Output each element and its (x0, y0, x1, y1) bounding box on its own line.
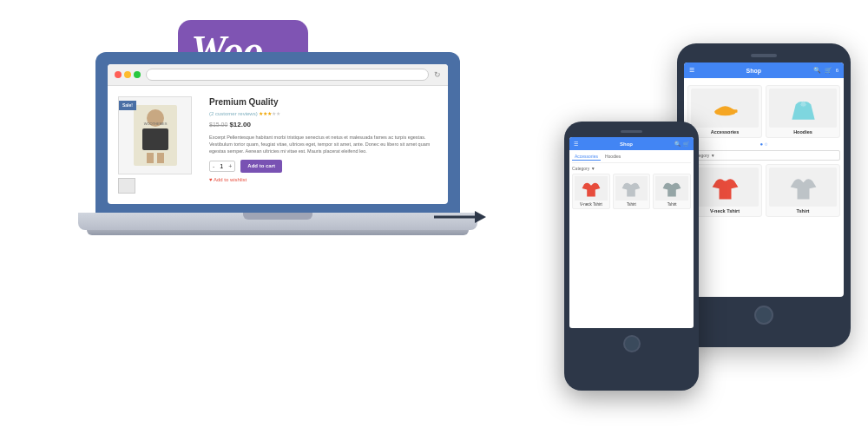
laptop-notch (243, 213, 312, 220)
menu-icon: ☰ (689, 67, 694, 74)
arrow-icon (430, 204, 490, 230)
wishlist-link[interactable]: ♥ Add to wishlist (209, 176, 437, 183)
product-card-tshirt: Tshirt (766, 164, 840, 217)
cart-count: 6 (836, 68, 838, 73)
search-icon: 🔍 (813, 67, 821, 74)
scene: Woo ↻ (0, 0, 868, 434)
thumbnail-1 (118, 178, 135, 194)
phones-container: ☰ Shop 🔍 🛒 6 (564, 43, 851, 391)
laptop: ↻ Sale! WOOTHEMES (78, 52, 477, 235)
pagination-dots: ● ○ (687, 141, 840, 147)
product-image-box: Sale! WOOTHEMES (118, 96, 192, 174)
phone-back-header: ☰ Shop 🔍 🛒 6 (684, 62, 844, 78)
product-price: $15.00 $12.00 (209, 120, 437, 129)
front-tabs: Accessories Hoodies (572, 153, 691, 163)
refresh-icon: ↻ (434, 70, 441, 79)
phone-front-header: ☰ Shop 🔍 🛒 (569, 137, 694, 150)
phone-back: ☰ Shop 🔍 🛒 6 (677, 43, 851, 347)
svg-point-13 (800, 102, 805, 106)
front-products-grid: V-neck Tshirt Tshirt (572, 174, 691, 209)
tshirt-img (769, 168, 837, 207)
phone-back-grid: Accessories Hoodies (684, 82, 844, 220)
svg-marker-10 (475, 211, 486, 223)
close-dot (115, 71, 122, 78)
browser-bar: ↻ (108, 64, 448, 86)
front-item-vneck: V-neck Tshirt (572, 174, 610, 209)
front-category-filter[interactable]: Category ▼ (572, 166, 691, 171)
phone-back-home-button (754, 306, 773, 325)
product-image-area: Sale! WOOTHEMES (118, 96, 201, 194)
phone-front-home-button (623, 335, 641, 352)
arrow-container (425, 204, 495, 230)
thumbnail-row (118, 178, 201, 194)
minimize-dot (124, 71, 131, 78)
product-page: Sale! WOOTHEMES (108, 86, 448, 204)
phone-front: ☰ Shop 🔍 🛒 Accessories Hoodies Category … (564, 122, 699, 391)
svg-rect-8 (157, 153, 164, 163)
product-reviews: (2 customer reviews) ★★★★★ (209, 110, 437, 117)
qty-value: 1 (217, 161, 226, 172)
product-info: Premium Quality (2 customer reviews) ★★★… (209, 96, 437, 194)
front-tshirt1-label: Tshirt (615, 202, 648, 207)
accessories-img (691, 89, 759, 128)
tab-accessories[interactable]: Accessories (572, 153, 601, 161)
product-description: Excerpt Pellentesque habitant morbi tris… (209, 134, 437, 155)
front-vneck-img (575, 176, 608, 201)
hoodies-label: Hoodies (769, 129, 837, 135)
heart-icon: ♥ (209, 177, 213, 182)
cart-icon: 🛒 (825, 67, 832, 74)
wishlist-label: Add to wishlist (214, 177, 247, 182)
laptop-foot (87, 230, 469, 235)
product-title: Premium Quality (209, 96, 437, 108)
price-new: $12.00 (229, 121, 250, 128)
stars-filled: ★★★ (259, 111, 272, 116)
front-tshirt1-img (615, 176, 648, 201)
product-card-hoodies: Hoodies (766, 85, 840, 138)
svg-rect-5 (142, 128, 168, 150)
front-search-icon: 🔍 (674, 141, 681, 147)
qty-decrease[interactable]: - (210, 161, 217, 172)
tab-hoodies[interactable]: Hoodies (602, 153, 623, 161)
window-controls (115, 71, 141, 78)
price-old: $15.00 (209, 122, 227, 128)
shirt-img (691, 168, 759, 207)
front-menu-icon: ☰ (574, 141, 578, 147)
qty-increase[interactable]: + (226, 161, 234, 172)
svg-rect-7 (147, 153, 154, 163)
stars-empty: ★★ (272, 111, 280, 116)
add-to-cart-button[interactable]: Add to cart (240, 160, 282, 172)
phone-back-speaker (751, 54, 777, 57)
front-tshirt2-img (655, 176, 688, 201)
front-cart-icon: 🛒 (683, 141, 689, 147)
shop-title-back: Shop (698, 68, 810, 74)
shop-title-front: Shop (581, 141, 672, 147)
add-to-cart-row: - 1 + Add to cart (209, 160, 437, 172)
maximize-dot (134, 71, 141, 78)
front-vneck-label: V-neck Tshirt (575, 202, 608, 207)
review-text: (2 customer reviews) (209, 111, 258, 116)
quantity-input[interactable]: - 1 + (209, 161, 235, 173)
phone-screen-back: ☰ Shop 🔍 🛒 6 (684, 62, 844, 297)
front-item-tshirt1: Tshirt (613, 174, 651, 209)
product-image-svg: WOOTHEMES (129, 101, 181, 170)
browser-window: ↻ Sale! WOOTHEMES (108, 64, 448, 204)
laptop-base (78, 213, 477, 230)
sale-badge: Sale! (119, 101, 136, 110)
address-bar (146, 69, 429, 81)
phone-screen-front: ☰ Shop 🔍 🛒 Accessories Hoodies Category … (569, 137, 694, 328)
category-dropdown[interactable]: Category ▼ (687, 150, 840, 161)
front-item-tshirt2: Tshirt (653, 174, 691, 209)
hoodies-img (769, 89, 837, 128)
vneck-label: V-neck Tshirt (691, 208, 759, 214)
tshirt-label: Tshirt (769, 208, 837, 214)
svg-rect-12 (733, 109, 737, 113)
phone-front-speaker (621, 130, 642, 133)
laptop-screen: ↻ Sale! WOOTHEMES (95, 52, 460, 213)
phone-front-content: Accessories Hoodies Category ▼ (569, 150, 694, 212)
product-card-accessories: Accessories (687, 85, 762, 138)
svg-text:WOOTHEMES: WOOTHEMES (143, 122, 167, 126)
front-tshirt2-label: Tshirt (655, 202, 688, 207)
accessories-label: Accessories (691, 129, 759, 135)
